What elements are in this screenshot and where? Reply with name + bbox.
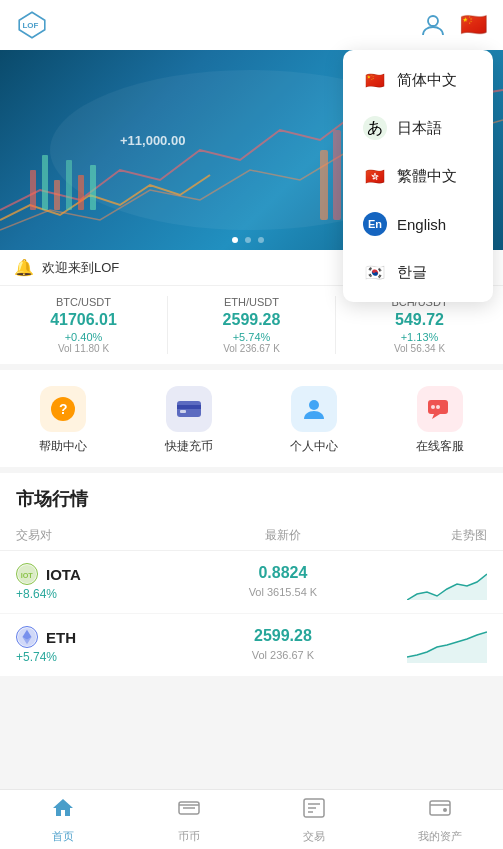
quick-action-recharge[interactable]: 快捷充币 <box>126 386 252 455</box>
ticker-bch-vol: Vol 56.34 K <box>344 343 495 354</box>
header: LOF 🇨🇳 <box>0 0 503 50</box>
nav-assets[interactable]: 我的资产 <box>377 790 503 849</box>
language-dropdown: 🇨🇳 简体中文 あ 日本語 🇭🇰 繁體中文 En English 🇰🇷 한글 <box>343 50 493 302</box>
language-flag[interactable]: 🇨🇳 <box>459 11 487 39</box>
svg-point-45 <box>443 808 447 812</box>
iota-chart-svg <box>407 564 487 600</box>
lang-flag-korean: 🇰🇷 <box>363 260 387 284</box>
market-row-eth-left: ETH +5.74% <box>16 626 204 664</box>
support-label: 在线客服 <box>416 438 464 455</box>
lang-item-traditional[interactable]: 🇭🇰 繁體中文 <box>343 152 493 200</box>
svg-rect-16 <box>30 170 36 210</box>
lang-flag-simplified: 🇨🇳 <box>363 68 387 92</box>
iota-name: IOTA <box>46 566 81 583</box>
eth-chart-svg <box>407 627 487 663</box>
market-header: 交易对 最新价 走势图 <box>0 521 503 551</box>
svg-rect-19 <box>66 160 72 210</box>
ticker-btc-price: 41706.01 <box>8 311 159 329</box>
user-icon[interactable] <box>419 11 447 39</box>
market-row-iota[interactable]: IOT IOTA +8.64% 0.8824 Vol 3615.54 K <box>0 551 503 614</box>
ticker-eth-change: +5.74% <box>176 331 327 343</box>
lang-flag-japanese: あ <box>363 116 387 140</box>
trade-icon <box>302 796 326 826</box>
assets-icon <box>428 796 452 826</box>
market-row-eth[interactable]: ETH +5.74% 2599.28 Vol 236.67 K <box>0 614 503 677</box>
recharge-icon <box>166 386 212 432</box>
nav-coins-label: 币币 <box>178 829 200 844</box>
nav-home-label: 首页 <box>52 829 74 844</box>
nav-trade[interactable]: 交易 <box>252 790 378 849</box>
iota-change: +8.64% <box>16 587 204 601</box>
profile-label: 个人中心 <box>290 438 338 455</box>
ticker-btc-vol: Vol 11.80 K <box>8 343 159 354</box>
eth-change: +5.74% <box>16 650 204 664</box>
svg-point-33 <box>431 405 435 409</box>
iota-price-col: 0.8824 Vol 3615.54 K <box>204 564 361 600</box>
svg-rect-4 <box>320 150 328 220</box>
iota-icon: IOT <box>16 563 38 585</box>
quick-action-help[interactable]: ? 帮助中心 <box>0 386 126 455</box>
nav-trade-label: 交易 <box>303 829 325 844</box>
lang-name-japanese: 日本語 <box>397 119 442 138</box>
ticker-bch-price: 549.72 <box>344 311 495 329</box>
bottom-nav: 首页 币币 交易 我的资产 <box>0 789 503 849</box>
svg-rect-20 <box>78 175 84 210</box>
lang-flag-traditional: 🇭🇰 <box>363 164 387 188</box>
profile-icon <box>291 386 337 432</box>
help-label: 帮助中心 <box>39 438 87 455</box>
lang-item-japanese[interactable]: あ 日本語 <box>343 104 493 152</box>
svg-text:IOT: IOT <box>21 571 34 580</box>
market-row-iota-left: IOT IOTA +8.64% <box>16 563 204 601</box>
ticker-btc[interactable]: BTC/USDT 41706.01 +0.40% Vol 11.80 K <box>0 296 168 354</box>
market-col-price-label: 最新价 <box>204 527 361 544</box>
svg-point-24 <box>258 237 264 243</box>
market-coin-iota: IOT IOTA <box>16 563 204 585</box>
market-title: 市场行情 <box>0 487 503 521</box>
ticker-bch[interactable]: BCH/USDT 549.72 +1.13% Vol 56.34 K <box>336 296 503 354</box>
support-icon <box>417 386 463 432</box>
iota-vol: Vol 3615.54 K <box>249 586 318 598</box>
market-col-chart-label: 走势图 <box>361 527 487 544</box>
ticker-btc-pair: BTC/USDT <box>8 296 159 308</box>
lang-name-english: English <box>397 216 446 233</box>
svg-rect-5 <box>333 130 341 220</box>
announcement-icon: 🔔 <box>14 258 34 277</box>
eth-icon <box>16 626 38 648</box>
home-icon <box>51 796 75 826</box>
ticker-eth[interactable]: ETH/USDT 2599.28 +5.74% Vol 236.67 K <box>168 296 336 354</box>
lang-flag-english: En <box>363 212 387 236</box>
eth-vol: Vol 236.67 K <box>252 649 314 661</box>
coins-icon <box>177 796 201 826</box>
logo[interactable]: LOF <box>16 9 48 41</box>
logo-icon: LOF <box>16 9 48 41</box>
help-icon: ? <box>40 386 86 432</box>
ticker-eth-pair: ETH/USDT <box>176 296 327 308</box>
svg-marker-37 <box>407 574 487 600</box>
svg-rect-21 <box>90 165 96 210</box>
lang-item-korean[interactable]: 🇰🇷 한글 <box>343 248 493 296</box>
svg-text:+11,000.00: +11,000.00 <box>120 133 185 148</box>
svg-rect-44 <box>430 801 450 815</box>
eth-price-col: 2599.28 Vol 236.67 K <box>204 627 361 663</box>
lang-item-english[interactable]: En English <box>343 200 493 248</box>
recharge-label: 快捷充币 <box>165 438 213 455</box>
market-col-pair-label: 交易对 <box>16 527 204 544</box>
iota-price: 0.8824 <box>204 564 361 582</box>
svg-rect-28 <box>177 405 201 409</box>
ticker-bch-change: +1.13% <box>344 331 495 343</box>
eth-price: 2599.28 <box>204 627 361 645</box>
quick-action-profile[interactable]: 个人中心 <box>252 386 378 455</box>
iota-chart <box>361 564 487 600</box>
eth-name: ETH <box>46 629 76 646</box>
ticker-eth-price: 2599.28 <box>176 311 327 329</box>
lang-item-simplified[interactable]: 🇨🇳 简体中文 <box>343 56 493 104</box>
lang-name-simplified: 简体中文 <box>397 71 457 90</box>
nav-assets-label: 我的资产 <box>418 829 462 844</box>
svg-rect-17 <box>42 155 48 210</box>
quick-action-support[interactable]: 在线客服 <box>377 386 503 455</box>
svg-text:?: ? <box>59 401 68 417</box>
svg-marker-41 <box>407 632 487 663</box>
ticker-btc-change: +0.40% <box>8 331 159 343</box>
nav-coins[interactable]: 币币 <box>126 790 252 849</box>
nav-home[interactable]: 首页 <box>0 790 126 849</box>
